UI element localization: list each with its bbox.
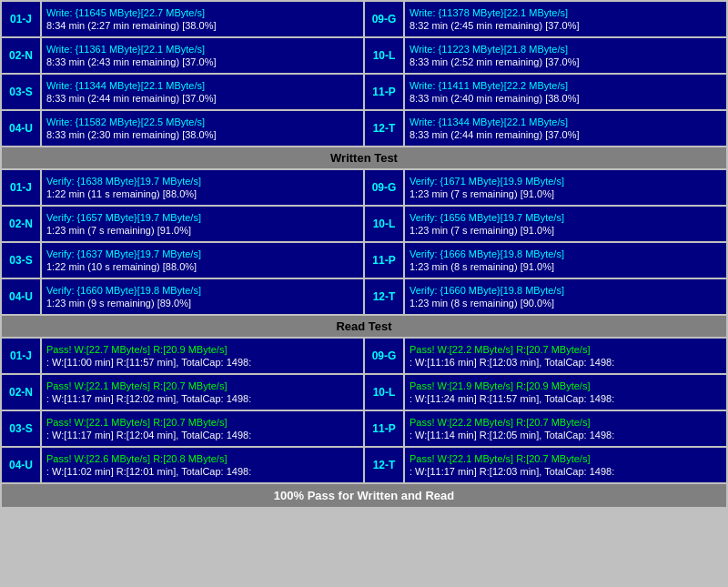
row-data-right: Write: {11223 MByte}[21.8 MByte/s]8:33 m…	[405, 38, 726, 73]
row-data-right: Write: {11411 MByte}[22.2 MByte/s]8:33 m…	[405, 75, 726, 109]
row-data-left: Write: {11344 MByte}[22.1 MByte/s]8:33 m…	[42, 75, 363, 109]
row-id-left: 04-U	[2, 279, 40, 314]
row-id-right: 12-T	[365, 279, 403, 314]
row-id-right: 11-P	[365, 243, 403, 278]
verify-section: 01-JVerify: {1638 MByte}[19.7 MByte/s]1:…	[2, 170, 726, 314]
row-id-right: 09-G	[365, 2, 403, 36]
table-row: 01-JPass! W:[22.7 MByte/s] R:[20.9 MByte…	[2, 339, 726, 373]
row-data-left: Verify: {1638 MByte}[19.7 MByte/s]1:22 m…	[42, 170, 363, 205]
table-row: 04-UPass! W:[22.6 MByte/s] R:[20.8 MByte…	[2, 448, 726, 482]
table-row: 03-SPass! W:[22.1 MByte/s] R:[20.7 MByte…	[2, 411, 726, 446]
row-data-left: Write: {11361 MByte}[22.1 MByte/s]8:33 m…	[42, 38, 363, 73]
main-container: 01-JWrite: {11645 MByte}[22.7 MByte/s]8:…	[0, 0, 728, 509]
table-row: 02-NVerify: {1657 MByte}[19.7 MByte/s]1:…	[2, 207, 726, 241]
row-id-right: 12-T	[365, 448, 403, 482]
row-data-right: Pass! W:[22.1 MByte/s] R:[20.7 MByte/s]:…	[405, 448, 726, 482]
row-id-left: 01-J	[2, 170, 40, 205]
table-row: 04-UWrite: {11582 MByte}[22.5 MByte/s]8:…	[2, 111, 726, 146]
row-data-left: Pass! W:[22.1 MByte/s] R:[20.7 MByte/s]:…	[42, 375, 363, 410]
row-data-left: Pass! W:[22.1 MByte/s] R:[20.7 MByte/s]:…	[42, 411, 363, 446]
row-id-left: 01-J	[2, 339, 40, 373]
row-id-right: 09-G	[365, 170, 403, 205]
row-data-left: Verify: {1657 MByte}[19.7 MByte/s]1:23 m…	[42, 207, 363, 241]
table-row: 03-SVerify: {1637 MByte}[19.7 MByte/s]1:…	[2, 243, 726, 278]
table-row: 03-SWrite: {11344 MByte}[22.1 MByte/s]8:…	[2, 75, 726, 109]
row-data-right: Verify: {1666 MByte}[19.8 MByte/s]1:23 m…	[405, 243, 726, 278]
pass-section: 01-JPass! W:[22.7 MByte/s] R:[20.9 MByte…	[2, 339, 726, 482]
row-data-left: Write: {11645 MByte}[22.7 MByte/s]8:34 m…	[42, 2, 363, 36]
table-row: 01-JWrite: {11645 MByte}[22.7 MByte/s]8:…	[2, 2, 726, 36]
row-id-left: 02-N	[2, 38, 40, 73]
row-id-right: 10-L	[365, 375, 403, 410]
row-id-right: 11-P	[365, 411, 403, 446]
row-id-right: 09-G	[365, 339, 403, 373]
row-id-left: 03-S	[2, 243, 40, 278]
table-row: 04-UVerify: {1660 MByte}[19.8 MByte/s]1:…	[2, 279, 726, 314]
row-id-right: 11-P	[365, 75, 403, 109]
written-test-header: Written Test	[2, 147, 726, 168]
row-id-left: 02-N	[2, 375, 40, 410]
row-data-right: Verify: {1660 MByte}[19.8 MByte/s]1:23 m…	[405, 279, 726, 314]
table-row: 02-NWrite: {11361 MByte}[22.1 MByte/s]8:…	[2, 38, 726, 73]
row-id-left: 03-S	[2, 75, 40, 109]
row-id-left: 04-U	[2, 448, 40, 482]
footer-bar: 100% Pass for Written and Read	[2, 484, 726, 507]
row-data-left: Pass! W:[22.6 MByte/s] R:[20.8 MByte/s]:…	[42, 448, 363, 482]
row-data-left: Write: {11582 MByte}[22.5 MByte/s]8:33 m…	[42, 111, 363, 146]
row-id-right: 12-T	[365, 111, 403, 146]
row-id-right: 10-L	[365, 207, 403, 241]
row-data-left: Verify: {1637 MByte}[19.7 MByte/s]1:22 m…	[42, 243, 363, 278]
table-row: 01-JVerify: {1638 MByte}[19.7 MByte/s]1:…	[2, 170, 726, 205]
read-test-header: Read Test	[2, 316, 726, 337]
write-section: 01-JWrite: {11645 MByte}[22.7 MByte/s]8:…	[2, 2, 726, 146]
row-data-right: Verify: {1671 MByte}[19.9 MByte/s]1:23 m…	[405, 170, 726, 205]
row-data-right: Write: {11344 MByte}[22.1 MByte/s]8:33 m…	[405, 111, 726, 146]
row-id-left: 04-U	[2, 111, 40, 146]
row-data-right: Pass! W:[22.2 MByte/s] R:[20.7 MByte/s]:…	[405, 411, 726, 446]
row-id-right: 10-L	[365, 38, 403, 73]
row-data-right: Write: {11378 MByte}[22.1 MByte/s]8:32 m…	[405, 2, 726, 36]
row-id-left: 03-S	[2, 411, 40, 446]
row-data-left: Verify: {1660 MByte}[19.8 MByte/s]1:23 m…	[42, 279, 363, 314]
row-data-left: Pass! W:[22.7 MByte/s] R:[20.9 MByte/s]:…	[42, 339, 363, 373]
row-data-right: Pass! W:[22.2 MByte/s] R:[20.7 MByte/s]:…	[405, 339, 726, 373]
row-data-right: Pass! W:[21.9 MByte/s] R:[20.9 MByte/s]:…	[405, 375, 726, 410]
row-id-left: 02-N	[2, 207, 40, 241]
table-row: 02-NPass! W:[22.1 MByte/s] R:[20.7 MByte…	[2, 375, 726, 410]
row-data-right: Verify: {1656 MByte}[19.7 MByte/s]1:23 m…	[405, 207, 726, 241]
row-id-left: 01-J	[2, 2, 40, 36]
